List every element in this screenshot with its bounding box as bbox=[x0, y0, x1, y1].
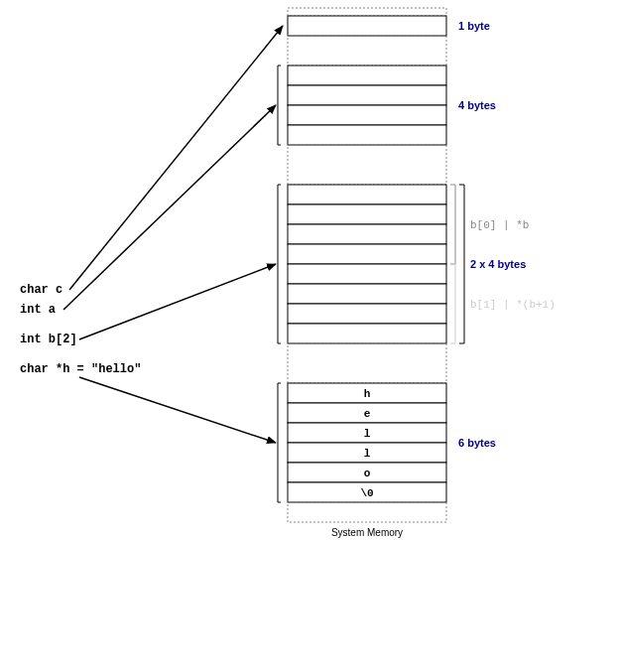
svg-rect-12 bbox=[288, 284, 446, 304]
svg-rect-9 bbox=[288, 224, 446, 244]
svg-rect-0 bbox=[288, 8, 446, 16]
hello-4: o bbox=[364, 468, 371, 479]
decl-char-h: char *h = "hello" bbox=[20, 362, 141, 376]
caption-system-memory: System Memory bbox=[331, 527, 403, 538]
arrow-h bbox=[79, 377, 276, 443]
decl-int-b: int b[2] bbox=[20, 333, 77, 346]
arrow-a bbox=[63, 105, 276, 310]
decl-int-a: int a bbox=[20, 303, 56, 317]
svg-rect-7 bbox=[288, 185, 446, 204]
arrow-b bbox=[79, 264, 276, 339]
svg-rect-22 bbox=[288, 502, 446, 522]
label-6-bytes: 6 bytes bbox=[458, 437, 496, 449]
svg-rect-14 bbox=[288, 324, 446, 343]
hello-2: l bbox=[364, 428, 371, 440]
label-1-byte: 1 byte bbox=[458, 20, 490, 32]
svg-rect-3 bbox=[288, 85, 446, 105]
block-int-a bbox=[288, 66, 446, 145]
label-b1: b[1] | *(b+1) bbox=[470, 299, 556, 311]
svg-rect-15 bbox=[288, 343, 446, 383]
svg-rect-13 bbox=[288, 304, 446, 324]
svg-rect-2 bbox=[288, 66, 446, 85]
arrow-c bbox=[69, 26, 283, 290]
label-2x4-bytes: 2 x 4 bytes bbox=[470, 258, 526, 270]
block-int-b bbox=[288, 185, 446, 343]
svg-rect-5 bbox=[288, 125, 446, 145]
hello-0: h bbox=[364, 388, 371, 400]
label-b0: b[0] | *b bbox=[470, 219, 529, 231]
label-4-bytes: 4 bytes bbox=[458, 99, 496, 111]
hello-1: e bbox=[364, 408, 371, 420]
svg-rect-11 bbox=[288, 264, 446, 284]
block-hello bbox=[288, 383, 446, 502]
svg-rect-10 bbox=[288, 244, 446, 264]
cell-c bbox=[288, 16, 446, 36]
svg-rect-8 bbox=[288, 204, 446, 224]
svg-rect-4 bbox=[288, 105, 446, 125]
svg-rect-6 bbox=[288, 145, 446, 185]
hello-5: \0 bbox=[360, 487, 373, 499]
svg-rect-1 bbox=[288, 36, 446, 66]
decl-char-c: char c bbox=[20, 283, 62, 297]
memory-diagram: char c int a int b[2] char *h = "hello" bbox=[0, 0, 619, 672]
hello-3: l bbox=[364, 448, 371, 460]
